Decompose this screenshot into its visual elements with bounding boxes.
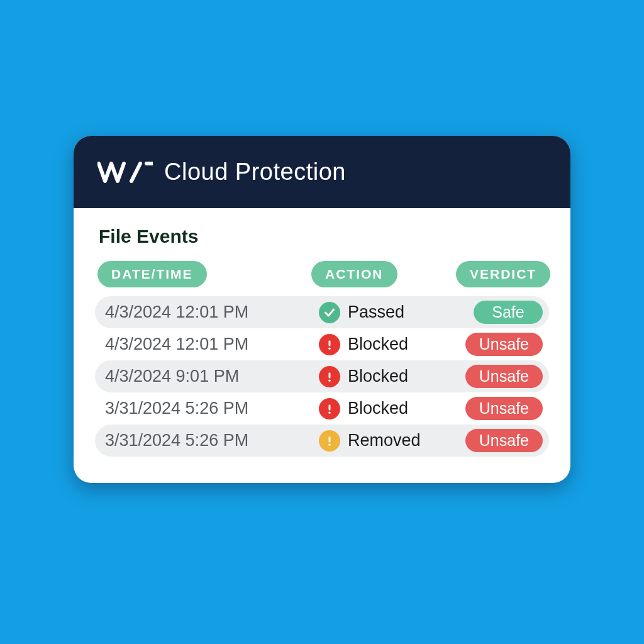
alert-circle-icon xyxy=(319,430,340,452)
table-row[interactable]: 3/31/2024 5:26 PMBlockedUnsafe xyxy=(95,392,549,425)
check-circle-icon xyxy=(319,302,340,323)
alert-circle-icon xyxy=(319,366,340,387)
svg-rect-4 xyxy=(329,404,331,410)
svg-point-7 xyxy=(328,443,331,446)
verdict-badge: Unsafe xyxy=(465,365,543,388)
svg-point-1 xyxy=(328,347,331,350)
svg-point-5 xyxy=(328,411,331,414)
verdict-badge: Unsafe xyxy=(465,397,543,420)
section-title: File Events xyxy=(99,226,549,247)
card-header: Cloud Protection xyxy=(74,136,570,208)
svg-point-3 xyxy=(328,379,331,382)
cell-action: Blocked xyxy=(319,398,464,419)
svg-rect-6 xyxy=(329,436,331,442)
action-label: Removed xyxy=(348,431,421,450)
svg-rect-2 xyxy=(329,372,331,378)
card-body: File Events DATE/TIME ACTION VERDICT 4/3… xyxy=(74,208,570,483)
table-row[interactable]: 4/3/2024 12:01 PMPassedSafe xyxy=(95,296,549,328)
action-label: Blocked xyxy=(348,335,408,354)
cell-action: Blocked xyxy=(319,334,464,355)
cell-action: Passed xyxy=(319,302,464,323)
action-label: Blocked xyxy=(348,367,408,386)
cell-date: 4/3/2024 12:01 PM xyxy=(105,303,319,322)
cell-verdict: Unsafe xyxy=(464,397,543,420)
verdict-badge: Unsafe xyxy=(465,333,543,356)
col-header-action: ACTION xyxy=(311,261,397,287)
verdict-badge: Safe xyxy=(474,301,543,324)
column-headers: DATE/TIME ACTION VERDICT xyxy=(95,261,549,287)
alert-circle-icon xyxy=(319,398,340,419)
cell-date: 3/31/2024 5:26 PM xyxy=(105,399,319,418)
alert-circle-icon xyxy=(319,334,340,355)
cell-action: Removed xyxy=(319,430,464,452)
cell-verdict: Unsafe xyxy=(464,333,543,356)
table-row[interactable]: 4/3/2024 9:01 PMBlockedUnsafe xyxy=(95,360,549,392)
action-label: Passed xyxy=(348,303,404,322)
header-title: Cloud Protection xyxy=(164,158,346,186)
verdict-badge: Unsafe xyxy=(465,429,543,452)
cell-verdict: Safe xyxy=(464,301,543,324)
cell-verdict: Unsafe xyxy=(464,429,543,452)
cell-date: 4/3/2024 9:01 PM xyxy=(105,367,319,386)
action-label: Blocked xyxy=(348,399,408,418)
event-rows: 4/3/2024 12:01 PMPassedSafe4/3/2024 12:0… xyxy=(95,296,549,457)
col-header-verdict: VERDICT xyxy=(456,261,550,287)
cell-date: 3/31/2024 5:26 PM xyxy=(105,431,319,450)
col-header-date: DATE/TIME xyxy=(97,261,207,287)
table-row[interactable]: 4/3/2024 12:01 PMBlockedUnsafe xyxy=(95,328,549,360)
cell-date: 4/3/2024 12:01 PM xyxy=(105,335,319,354)
events-card: Cloud Protection File Events DATE/TIME A… xyxy=(74,136,570,483)
brand-logo-icon xyxy=(97,161,153,184)
cell-verdict: Unsafe xyxy=(464,365,543,388)
svg-rect-0 xyxy=(329,340,331,346)
table-row[interactable]: 3/31/2024 5:26 PMRemovedUnsafe xyxy=(95,425,549,457)
cell-action: Blocked xyxy=(319,366,464,387)
